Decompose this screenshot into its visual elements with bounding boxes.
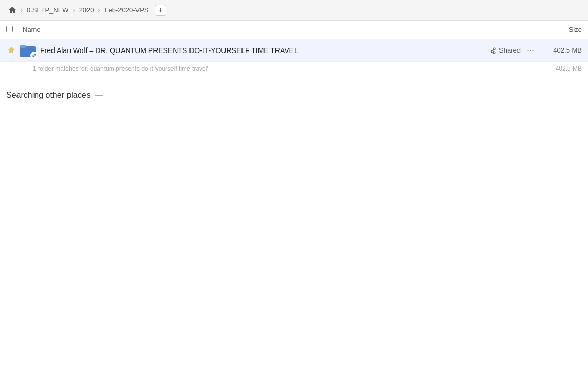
breadcrumb-item-2020[interactable]: 2020: [77, 5, 96, 15]
separator-1: ›: [21, 7, 23, 14]
file-name: Fred Alan Wolf – DR. QUANTUM PRESENTS DO…: [40, 46, 490, 55]
name-column-header[interactable]: Name ↑: [23, 26, 541, 33]
checkbox-all[interactable]: [6, 26, 13, 32]
shared-label: Shared: [499, 46, 521, 54]
home-button[interactable]: [6, 5, 19, 15]
svg-rect-2: [20, 45, 26, 48]
summary-text: 1 folder matches 'dr. quantum presents d…: [33, 65, 209, 72]
searching-title: Searching other places: [6, 91, 582, 100]
breadcrumb: › 0.SFTP_NEW › 2020 › Feb-2020-VPS +: [6, 5, 166, 16]
add-breadcrumb-button[interactable]: +: [155, 5, 166, 16]
header-breadcrumb: › 0.SFTP_NEW › 2020 › Feb-2020-VPS +: [0, 0, 588, 21]
shared-badge: Shared: [490, 46, 521, 54]
name-label: Name: [23, 26, 41, 33]
separator-3: ›: [98, 7, 100, 14]
link-icon: [30, 52, 38, 59]
searching-section: Searching other places: [0, 75, 588, 106]
separator-2: ›: [73, 7, 75, 14]
searching-label: Searching other places: [6, 91, 91, 100]
breadcrumb-item-sftp[interactable]: 0.SFTP_NEW: [25, 5, 71, 15]
loading-indicator: [95, 95, 103, 96]
select-all-checkbox[interactable]: [6, 26, 19, 34]
folder-icon-wrap: [20, 42, 36, 59]
star-icon[interactable]: [6, 46, 16, 55]
size-column-header: Size: [541, 26, 582, 33]
more-dots-icon: ···: [527, 45, 534, 56]
file-row[interactable]: Fred Alan Wolf – DR. QUANTUM PRESENTS DO…: [0, 39, 588, 62]
more-menu-button[interactable]: ···: [527, 45, 534, 56]
summary-line: 1 folder matches 'dr. quantum presents d…: [0, 62, 588, 75]
breadcrumb-item-feb[interactable]: Feb-2020-VPS: [102, 5, 151, 15]
sort-arrow-icon: ↑: [43, 27, 45, 32]
file-size: 402.5 MB: [541, 46, 582, 54]
column-header-row: Name ↑ Size: [0, 21, 588, 39]
summary-size: 402.5 MB: [556, 65, 582, 72]
